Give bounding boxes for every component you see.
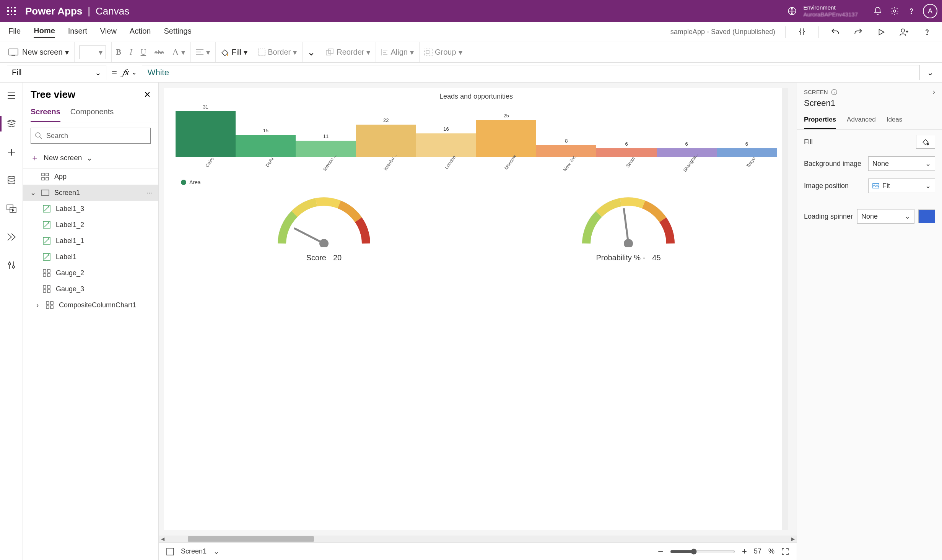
spinner-color-swatch[interactable] xyxy=(918,209,935,223)
horizontal-scrollbar[interactable]: ◀ ▶ xyxy=(159,536,797,542)
zoom-in-icon[interactable]: + xyxy=(742,547,747,557)
fill-color-picker[interactable] xyxy=(916,135,935,149)
tree-node-child[interactable]: › CompositeColumnChart1 xyxy=(23,297,158,313)
checkbox-icon[interactable] xyxy=(166,548,174,555)
group-button[interactable]: Group▾ xyxy=(424,48,462,57)
user-avatar[interactable]: A xyxy=(923,4,937,18)
tree-node-label: Gauge_3 xyxy=(56,285,84,293)
label-icon xyxy=(42,205,51,213)
tree-node-child[interactable]: Label1_2 xyxy=(23,217,158,233)
property-selector[interactable]: Fill ⌄ xyxy=(7,65,106,80)
formula-expand-icon[interactable]: ⌄ xyxy=(925,68,935,77)
column-chart[interactable]: 3115112216258666 CairoDelhiMexico ...Ist… xyxy=(176,107,777,176)
tree-new-screen-button[interactable]: ＋ New screen ⌄ xyxy=(23,149,158,169)
font-family-combo[interactable]: ▾ xyxy=(79,45,106,59)
tab-properties[interactable]: Properties xyxy=(804,112,836,129)
hamburger-icon[interactable] xyxy=(4,88,19,103)
chevron-right-icon[interactable]: › xyxy=(933,88,935,96)
fx-button[interactable]: 𝑓x ⌄ xyxy=(122,67,137,78)
align-label: Align xyxy=(390,48,407,57)
power-automate-icon[interactable] xyxy=(4,229,19,245)
svg-rect-40 xyxy=(43,286,46,288)
close-icon[interactable]: ✕ xyxy=(144,90,151,100)
advanced-tools-icon[interactable] xyxy=(4,258,19,273)
chevron-down-icon[interactable]: ⌄ xyxy=(30,188,36,197)
add-icon[interactable] xyxy=(4,144,19,160)
tree-node-child[interactable]: Gauge_3 xyxy=(23,281,158,297)
more-dots-icon[interactable]: ⋯ xyxy=(146,188,153,197)
undo-icon[interactable] xyxy=(829,26,842,39)
menu-settings[interactable]: Settings xyxy=(164,27,191,37)
bar-value-label: 16 xyxy=(443,126,449,132)
imgpos-select[interactable]: Fit ⌄ xyxy=(868,179,935,193)
redo-icon[interactable] xyxy=(852,26,865,39)
formula-input[interactable]: White xyxy=(142,65,920,80)
waffle-icon[interactable] xyxy=(5,4,18,18)
chevron-down-icon[interactable]: ⌄ xyxy=(213,547,219,556)
zoom-slider[interactable] xyxy=(670,549,735,555)
scroll-right-icon[interactable]: ▶ xyxy=(789,536,797,542)
more-chevron-icon[interactable]: ⌄ xyxy=(307,46,316,58)
bar-value-label: 6 xyxy=(625,141,628,147)
gauge-score[interactable]: Score 20 xyxy=(276,194,372,262)
canvas-screen[interactable]: Leads and opportunities 3115112216258666… xyxy=(164,88,788,530)
border-button[interactable]: Border▾ xyxy=(258,48,297,57)
bgimage-value: None xyxy=(872,160,889,168)
chevron-down-icon: ⌄ xyxy=(95,68,101,77)
notifications-icon[interactable] xyxy=(869,3,886,19)
environment-picker[interactable]: Environment AuroraBAPEnv43137 xyxy=(787,4,858,18)
fill-button[interactable]: Fill▾ xyxy=(220,48,248,57)
zoom-out-icon[interactable]: − xyxy=(658,546,663,557)
scroll-thumb[interactable] xyxy=(188,536,314,542)
help-icon[interactable] xyxy=(903,3,920,19)
legend-dot-icon xyxy=(181,180,186,185)
media-icon[interactable] xyxy=(4,201,19,216)
svg-point-21 xyxy=(8,176,15,179)
new-screen-button[interactable]: New screen ▾ xyxy=(22,48,69,57)
reorder-button[interactable]: Reorder▾ xyxy=(326,48,370,57)
tab-ideas[interactable]: Ideas xyxy=(887,112,903,129)
text-align-button[interactable]: ▾ xyxy=(195,48,210,57)
scroll-left-icon[interactable]: ◀ xyxy=(159,536,166,542)
spinner-select[interactable]: None ⌄ xyxy=(857,209,914,224)
menu-insert[interactable]: Insert xyxy=(68,27,87,37)
align-button[interactable]: Align▾ xyxy=(381,48,413,57)
strikethrough-icon[interactable]: abc xyxy=(155,49,164,55)
status-screen-label[interactable]: Screen1 xyxy=(181,547,207,555)
tree-node-app[interactable]: App xyxy=(23,169,158,185)
chevron-right-icon[interactable]: › xyxy=(34,301,41,309)
tree-node-child[interactable]: Label1 xyxy=(23,249,158,265)
tree-view-icon[interactable] xyxy=(4,116,19,131)
preview-play-icon[interactable] xyxy=(875,26,888,39)
share-icon[interactable] xyxy=(898,26,911,39)
menu-file[interactable]: File xyxy=(8,27,21,37)
menu-action[interactable]: Action xyxy=(130,27,151,37)
bar-value-label: 6 xyxy=(745,141,748,147)
gauge-probability[interactable]: Probability % - 45 xyxy=(581,194,676,262)
tab-components[interactable]: Components xyxy=(70,104,114,122)
menubar-help-icon[interactable] xyxy=(921,26,934,39)
tab-advanced[interactable]: Advanced xyxy=(847,112,876,129)
tab-screens[interactable]: Screens xyxy=(31,104,60,122)
svg-rect-20 xyxy=(426,50,429,54)
font-color-button[interactable]: A▾ xyxy=(172,47,185,57)
svg-rect-36 xyxy=(43,269,46,272)
underline-icon[interactable]: U xyxy=(141,48,146,57)
italic-icon[interactable]: I xyxy=(130,48,132,57)
tree-node-screen1[interactable]: ⌄ Screen1 ⋯ xyxy=(23,185,158,201)
tree-node-child[interactable]: Label1_1 xyxy=(23,233,158,249)
bold-icon[interactable]: B xyxy=(116,48,121,57)
fit-screen-icon[interactable] xyxy=(781,548,789,555)
menu-home[interactable]: Home xyxy=(34,26,55,38)
tree-search-input[interactable]: Search xyxy=(31,128,151,144)
bgimage-select[interactable]: None ⌄ xyxy=(868,156,935,171)
info-icon[interactable] xyxy=(831,89,837,95)
settings-gear-icon[interactable] xyxy=(886,3,903,19)
tree-node-child[interactable]: Label1_3 xyxy=(23,201,158,217)
vertical-scrollbar[interactable] xyxy=(782,88,788,530)
tree-node-child[interactable]: Gauge_2 xyxy=(23,265,158,281)
menu-view[interactable]: View xyxy=(100,27,117,37)
app-checker-icon[interactable] xyxy=(796,26,809,39)
data-icon[interactable] xyxy=(4,173,19,188)
brand-app: Power Apps xyxy=(25,5,82,17)
